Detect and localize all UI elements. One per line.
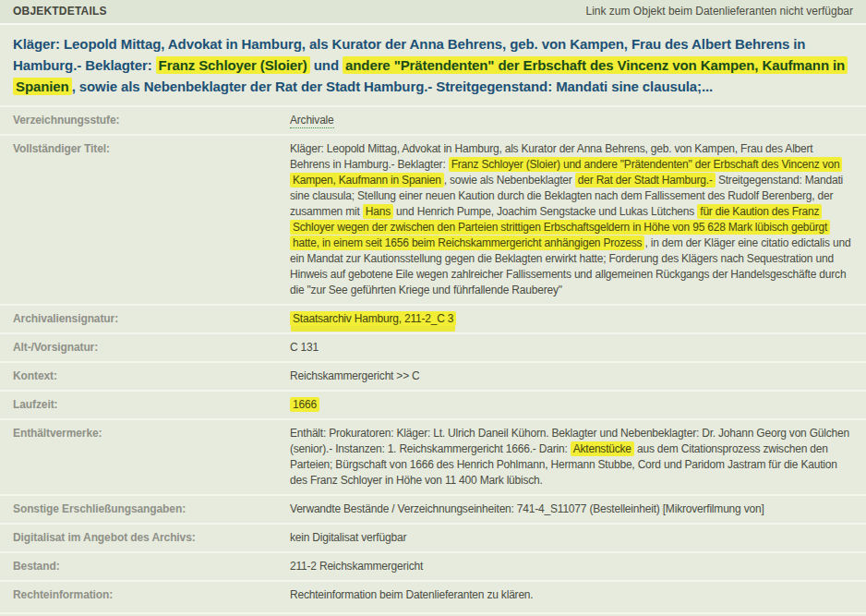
highlight-marker: 1666 xyxy=(290,397,319,412)
object-title-headline: Kläger: Leopold Mittag, Advokat in Hambu… xyxy=(0,25,866,105)
row-vollstaendiger-titel: Vollständiger Titel: Kläger: Leopold Mit… xyxy=(0,134,866,304)
field-label-verzeichnungsstufe: Verzeichnungsstufe: xyxy=(13,113,290,128)
highlight-marker: Hans xyxy=(363,204,393,219)
field-label-vollstaendiger-titel: Vollständiger Titel: xyxy=(13,141,290,298)
row-archivaliensignatur: Archivaliensignatur: Staatsarchiv Hambur… xyxy=(0,304,866,332)
page-title: OBJEKTDETAILS xyxy=(13,5,107,18)
highlight-marker: der Rat der Stadt Hamburg.- xyxy=(575,173,716,187)
highlight-marker: Aktenstücke xyxy=(571,441,634,456)
field-value-enthaeltvermerke: Enthält: Prokuratoren: Kläger: Lt. Ulric… xyxy=(290,426,853,489)
field-value-kontext: Reichskammergericht >> C xyxy=(290,368,853,384)
highlight-marker: Franz Schloyer (Sloier) xyxy=(156,56,310,74)
field-label-sonstige-erschliessungsangaben: Sonstige Erschließungsangaben: xyxy=(13,501,290,517)
row-enthaeltvermerke: Enthältvermerke: Enthält: Prokuratoren: … xyxy=(0,418,866,494)
objectdetails-header-bar: OBJEKTDETAILS Link zum Objekt beim Daten… xyxy=(0,0,866,25)
field-value-rechteinformation: Rechteinformation beim Datenlieferanten … xyxy=(290,587,853,603)
field-value-vollstaendiger-titel: Kläger: Leopold Mittag, Advokat in Hambu… xyxy=(290,141,853,298)
field-label-rechteinformation: Rechteinformation: xyxy=(13,587,290,603)
field-label-archivaliensignatur: Archivaliensignatur: xyxy=(13,311,290,327)
highlight-marker: Staatsarchiv Hamburg, 211-2_C 3 xyxy=(290,311,456,326)
field-value-digitalisat: kein Digitalisat verfügbar xyxy=(290,530,853,546)
datenlieferant-link-note: Link zum Objekt beim Datenlieferanten ni… xyxy=(586,5,853,18)
field-label-digitalisat: Digitalisat im Angebot des Archivs: xyxy=(13,530,290,546)
row-verzeichnungsstufe: Verzeichnungsstufe: Archivale xyxy=(0,105,866,134)
row-digitalisat: Digitalisat im Angebot des Archivs: kein… xyxy=(0,523,866,551)
field-label-bestand: Bestand: xyxy=(13,559,290,574)
field-label-kontext: Kontext: xyxy=(13,368,290,384)
row-alt-vorsignatur: Alt-/Vorsignatur: C 131 xyxy=(0,332,866,361)
field-label-alt-vorsignatur: Alt-/Vorsignatur: xyxy=(13,340,290,356)
object-detail-table: Verzeichnungsstufe: Archivale Vollständi… xyxy=(0,105,866,609)
archivale-link[interactable]: Archivale xyxy=(290,114,334,128)
field-value-bestand: 211-2 Reichskammergericht xyxy=(290,559,853,574)
row-kontext: Kontext: Reichskammergericht >> C xyxy=(0,361,866,390)
ddb-link-row: Dieses Objekt in der Deutschen Digitalen… xyxy=(0,612,866,616)
row-laufzeit: Laufzeit: 1666 xyxy=(0,390,866,418)
field-value-archivaliensignatur: Staatsarchiv Hamburg, 211-2_C 3 xyxy=(290,311,853,327)
field-label-enthaeltvermerke: Enthältvermerke: xyxy=(13,426,290,489)
row-bestand: Bestand: 211-2 Reichskammergericht xyxy=(0,551,866,580)
field-value-laufzeit: 1666 xyxy=(290,397,853,413)
field-label-laufzeit: Laufzeit: xyxy=(13,397,290,413)
field-value-alt-vorsignatur: C 131 xyxy=(290,340,853,356)
row-rechteinformation: Rechteinformation: Rechteinformation bei… xyxy=(0,580,866,609)
row-sonstige-erschliessungsangaben: Sonstige Erschließungsangaben: Verwandte… xyxy=(0,494,866,523)
field-value-sonstige-erschliessungsangaben: Verwandte Bestände / Verzeichnungseinhei… xyxy=(290,501,853,517)
